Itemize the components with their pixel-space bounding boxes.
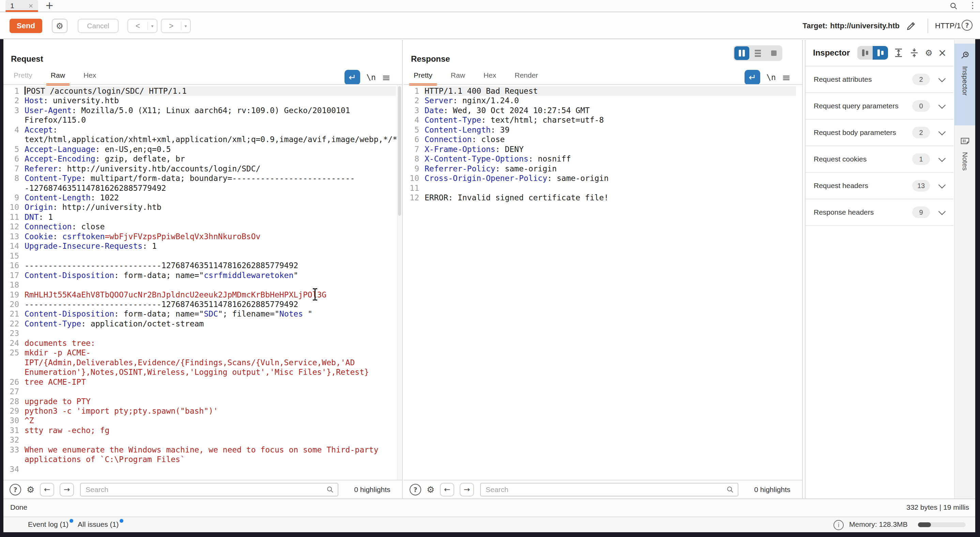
chevron-down-icon[interactable]: ▾ — [181, 24, 190, 29]
code-line[interactable]: 27​ — [3, 387, 402, 396]
word-wrap-toggle[interactable]: ↵ — [345, 70, 360, 85]
code-line[interactable]: 7Referer: http://university.htb/accounts… — [3, 164, 402, 173]
line-content[interactable]: ​ — [24, 387, 396, 396]
code-line[interactable]: 30^Z — [3, 416, 402, 425]
line-content[interactable]: upgrade to PTY — [24, 397, 396, 406]
line-content[interactable]: Content-Type: application/octet-stream — [24, 319, 396, 329]
line-content[interactable]: POST /accounts/login/SDC/ HTTP/1.1 — [24, 86, 396, 96]
line-content[interactable]: Content-Disposition: form-data; name="SD… — [24, 309, 396, 319]
line-content[interactable]: ERROR: Invalid signed certificate file! — [425, 193, 796, 202]
editor-menu-icon[interactable]: ≡ — [382, 71, 390, 84]
code-line[interactable]: 1POST /accounts/login/SDC/ HTTP/1.1 — [3, 86, 402, 96]
line-content[interactable]: Accept-Language: en-US,en;q=0.5 — [24, 145, 396, 154]
scrollbar-thumb[interactable] — [398, 86, 401, 216]
inspector-section-request-body-parameters[interactable]: Request body parameters 2 — [805, 119, 953, 146]
code-line[interactable]: 24documents tree: — [3, 338, 402, 348]
code-line[interactable]: 8Content-Type: multipart/form-data; boun… — [3, 173, 402, 193]
line-content[interactable]: -----------------------------12768746351… — [24, 300, 396, 309]
cancel-button[interactable]: Cancel — [78, 19, 119, 33]
code-line[interactable]: 11DNT: 1 — [3, 212, 402, 222]
response-search-input[interactable] — [480, 483, 738, 496]
code-line[interactable]: 4Content-Type: text/html; charset=utf-8 — [403, 115, 802, 125]
line-content[interactable]: ​ — [24, 280, 396, 290]
line-content[interactable]: X-Content-Type-Options: nosniff — [425, 154, 796, 164]
send-settings-button[interactable]: ⚙ — [52, 19, 67, 33]
line-content[interactable]: Accept: text/html,application/xhtml+xml,… — [24, 125, 402, 145]
code-line[interactable]: 18​ — [3, 280, 402, 290]
code-line[interactable]: 20-----------------------------127687463… — [3, 300, 402, 309]
code-line[interactable]: 10Cross-Origin-Opener-Policy: same-origi… — [403, 173, 802, 183]
line-content[interactable]: Content-Length: 1022 — [24, 193, 396, 202]
line-content[interactable]: Content-Disposition: form-data; name="cs… — [24, 270, 396, 280]
next-match-button[interactable]: → — [60, 483, 74, 496]
code-line[interactable]: 1HTTP/1.1 400 Bad Request — [403, 86, 802, 96]
code-line[interactable]: 32​ — [3, 435, 402, 445]
code-line[interactable]: 12ERROR: Invalid signed certificate file… — [403, 193, 802, 202]
inspector-section-request-headers[interactable]: Request headers 13 — [805, 173, 953, 199]
code-line[interactable]: 17Content-Disposition: form-data; name="… — [3, 270, 402, 280]
code-line[interactable]: 2Server: nginx/1.24.0 — [403, 96, 802, 105]
code-line[interactable]: 11​ — [403, 183, 802, 193]
code-line[interactable]: 26tree ACME-IPT — [3, 377, 402, 387]
search-icon[interactable] — [949, 2, 958, 11]
side-tab-notes[interactable]: Notes — [955, 129, 975, 187]
code-line[interactable]: 5Accept-Language: en-US,en;q=0.5 — [3, 145, 402, 154]
word-wrap-toggle[interactable]: ↵ — [745, 70, 760, 85]
inspector-dock-left-button[interactable] — [858, 46, 873, 60]
line-content[interactable]: Content-Type: multipart/form-data; bound… — [24, 173, 396, 193]
code-line[interactable]: 14Upgrade-Insecure-Requests: 1 — [3, 241, 402, 251]
inspector-settings-icon[interactable]: ⚙ — [925, 48, 932, 58]
response-editor[interactable]: 1HTTP/1.1 400 Bad Request2Server: nginx/… — [403, 85, 802, 480]
show-linebreaks-toggle[interactable]: \n — [766, 73, 776, 82]
code-line[interactable]: 13Cookie: csrftoken=wbFjvFVzpsPpiwBelqVx… — [3, 232, 402, 241]
line-content[interactable]: Cookie: csrftoken=wbFjvFVzpsPpiwBelqVx3h… — [24, 232, 396, 241]
line-content[interactable]: python3 -c 'import pty;pty.spawn("bash")… — [24, 406, 396, 416]
tabs-layout-button[interactable] — [766, 46, 781, 60]
line-content[interactable]: Content-Type: text/html; charset=utf-8 — [425, 115, 796, 125]
line-content[interactable]: HTTP/1.1 400 Bad Request — [425, 86, 796, 96]
code-line[interactable]: 15​ — [3, 251, 402, 261]
line-content[interactable]: Cross-Origin-Opener-Policy: same-origin — [425, 173, 796, 183]
line-content[interactable]: Connection: close — [24, 222, 396, 231]
previous-match-button[interactable]: ← — [440, 483, 454, 496]
line-content[interactable]: X-Frame-Options: DENY — [425, 145, 796, 154]
rows-layout-button[interactable] — [750, 46, 765, 60]
code-line[interactable]: 4Accept: text/html,application/xhtml+xml… — [3, 125, 402, 145]
http-version-selector[interactable]: HTTP/1 — [935, 12, 961, 39]
line-content[interactable]: ^Z — [24, 416, 396, 425]
line-content[interactable]: Referrer-Policy: same-origin — [425, 164, 796, 173]
forward-history-button[interactable]: > ▾ — [161, 19, 191, 33]
inspector-close-icon[interactable]: × — [938, 48, 947, 58]
line-content[interactable]: Upgrade-Insecure-Requests: 1 — [24, 241, 396, 251]
code-line[interactable]: 6Connection: close — [403, 135, 802, 144]
code-line[interactable]: 7X-Frame-Options: DENY — [403, 145, 802, 154]
info-icon[interactable]: i — [834, 520, 844, 530]
previous-match-button[interactable]: ← — [40, 483, 54, 496]
collapse-all-button[interactable] — [909, 48, 920, 58]
chevron-down-icon[interactable] — [939, 102, 946, 109]
line-content[interactable]: tree ACME-IPT — [24, 377, 396, 387]
code-line[interactable]: 23​ — [3, 329, 402, 338]
inspector-section-response-headers[interactable]: Response headers 9 — [805, 199, 953, 226]
all-issues-tab[interactable]: All issues (1) — [78, 520, 119, 529]
code-line[interactable]: 16-----------------------------127687463… — [3, 261, 402, 270]
code-line[interactable]: 9Referrer-Policy: same-origin — [403, 164, 802, 173]
code-line[interactable]: 5Content-Length: 39 — [403, 125, 802, 135]
chevron-down-icon[interactable] — [939, 208, 946, 215]
line-content[interactable]: stty raw -echo; fg — [24, 426, 396, 435]
inspector-section-request-attributes[interactable]: Request attributes 2 — [805, 67, 953, 93]
line-content[interactable]: Connection: close — [425, 135, 796, 144]
editor-menu-icon[interactable]: ≡ — [782, 71, 791, 84]
code-line[interactable]: 21Content-Disposition: form-data; name="… — [3, 309, 402, 319]
line-content[interactable]: Referer: http://university.htb/accounts/… — [24, 164, 396, 173]
inspector-dock-right-button[interactable] — [873, 46, 888, 60]
code-line[interactable]: 28upgrade to PTY — [3, 397, 402, 406]
request-search-input[interactable] — [80, 483, 338, 496]
help-icon[interactable]: ? — [410, 484, 421, 496]
event-log-tab[interactable]: Event log (1) — [28, 520, 68, 529]
inspector-section-request-cookies[interactable]: Request cookies 1 — [805, 146, 953, 173]
code-line[interactable]: 33When we enumerate the Windows machine,… — [3, 445, 402, 464]
code-line[interactable]: 6Accept-Encoding: gzip, deflate, br — [3, 154, 402, 164]
line-content[interactable]: Origin: http://university.htb — [24, 202, 396, 212]
line-content[interactable]: ​ — [24, 435, 396, 445]
